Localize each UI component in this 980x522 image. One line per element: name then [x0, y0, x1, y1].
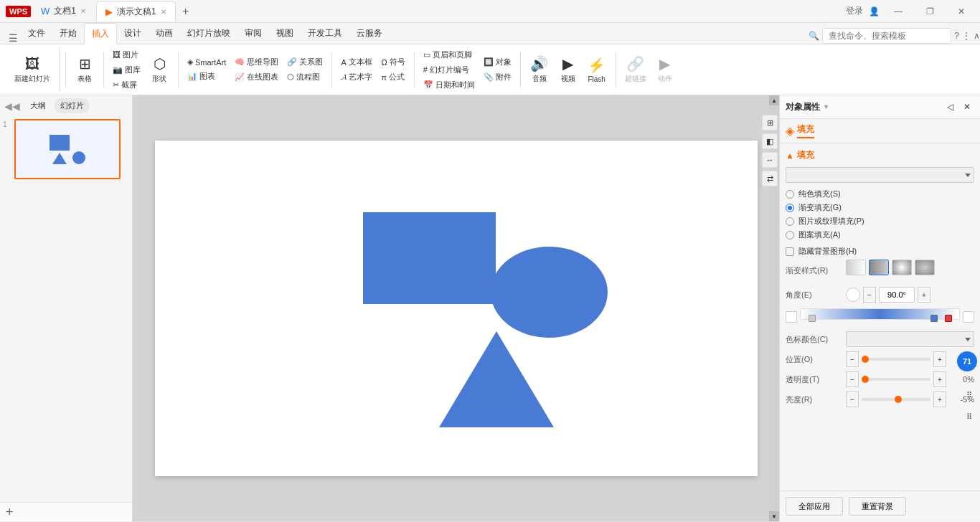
- symbol-button[interactable]: Ω 符号: [378, 55, 407, 69]
- minimize-button[interactable]: —: [885, 1, 911, 22]
- side-icon-2[interactable]: ◧: [762, 133, 778, 149]
- ribbon-tab-design[interactable]: 设计: [117, 22, 149, 44]
- sidebar-tab-outline[interactable]: 大纲: [24, 98, 52, 113]
- search-input[interactable]: [822, 28, 951, 44]
- gradient-stop-3[interactable]: [945, 315, 952, 322]
- opacity-slider[interactable]: [862, 378, 930, 381]
- grid-icon-2[interactable]: ⠿: [961, 409, 977, 424]
- radio-solid-fill[interactable]: 纯色填充(S): [786, 189, 974, 199]
- scroll-up-button[interactable]: ▲: [769, 95, 779, 105]
- panel-close-button[interactable]: ✕: [960, 100, 974, 114]
- shape-ellipse[interactable]: [491, 247, 608, 338]
- ribbon-tab-review[interactable]: 审阅: [237, 22, 269, 44]
- relation-button[interactable]: 🔗 关系图: [284, 55, 326, 69]
- gradient-btn-linear-dark[interactable]: [869, 260, 889, 275]
- ribbon-menu-icon[interactable]: ☰: [6, 32, 21, 44]
- scroll-down-button[interactable]: ▼: [769, 511, 779, 521]
- tab-doc2-close[interactable]: ✕: [161, 8, 166, 16]
- position-thumb[interactable]: [862, 356, 869, 363]
- help-icon[interactable]: ?: [954, 31, 959, 41]
- slide-canvas[interactable]: [155, 141, 758, 476]
- gradient-stop-1[interactable]: [809, 315, 816, 322]
- brightness-decrease-button[interactable]: −: [846, 392, 859, 407]
- chart-button[interactable]: 📊 图表: [184, 70, 229, 83]
- header-footer-button[interactable]: ▭ 页眉和页脚: [420, 48, 478, 62]
- mindmap-button[interactable]: 🧠 思维导图: [232, 55, 281, 69]
- action-button[interactable]: ▶ 动作: [652, 51, 678, 88]
- grid-icon-1[interactable]: ⠿: [961, 387, 977, 403]
- new-slide-button[interactable]: 🖼 新建幻灯片: [11, 51, 53, 88]
- flash-button[interactable]: ⚡ Flash: [584, 51, 610, 88]
- shape-rectangle[interactable]: [363, 212, 496, 304]
- close-button[interactable]: ✕: [948, 1, 974, 22]
- formula-button[interactable]: π 公式: [378, 70, 407, 84]
- online-chart-button[interactable]: 📈 在线图表: [232, 70, 281, 84]
- brightness-slider[interactable]: [862, 398, 930, 401]
- slide-num-button[interactable]: # 幻灯片编号: [420, 63, 478, 77]
- position-decrease-button[interactable]: −: [846, 351, 859, 367]
- sidebar-tab-slides[interactable]: 幻灯片: [55, 98, 90, 113]
- brightness-increase-button[interactable]: +: [933, 392, 946, 407]
- side-icon-3[interactable]: ↔: [762, 152, 778, 168]
- panel-expand-button[interactable]: ◁: [943, 100, 957, 114]
- angle-circle[interactable]: [846, 288, 860, 302]
- table-button[interactable]: ⊞ 表格: [72, 51, 98, 88]
- restore-button[interactable]: ❐: [917, 1, 943, 22]
- date-time-button[interactable]: 📅 日期和时间: [420, 78, 478, 92]
- color-stop-select[interactable]: [846, 331, 974, 347]
- gradient-stop-2[interactable]: [930, 315, 938, 322]
- side-icon-4[interactable]: ⇄: [762, 171, 778, 186]
- ribbon-tab-cloud[interactable]: 云服务: [349, 22, 390, 44]
- tab-doc2[interactable]: ▶ 演示文稿1 ✕: [96, 1, 176, 22]
- screenshot-button[interactable]: ✂ 截屏: [110, 78, 143, 92]
- attachment-button[interactable]: 📎 附件: [481, 70, 514, 84]
- gradient-btn-linear-gray[interactable]: [846, 260, 866, 275]
- tab-doc1-close[interactable]: ✕: [80, 7, 86, 15]
- ribbon-tab-file[interactable]: 文件: [21, 22, 52, 44]
- opacity-decrease-button[interactable]: −: [846, 371, 859, 387]
- floating-badge[interactable]: 71: [957, 351, 977, 371]
- angle-decrease-button[interactable]: −: [863, 287, 876, 303]
- ribbon-tab-insert[interactable]: 插入: [84, 23, 117, 44]
- wordart-button[interactable]: 𝓐 艺术字: [338, 70, 375, 84]
- angle-increase-button[interactable]: +: [918, 287, 930, 303]
- login-button[interactable]: 登录: [846, 5, 863, 17]
- shape-triangle[interactable]: [439, 331, 554, 427]
- gradient-btn-rect-radial[interactable]: [915, 260, 935, 275]
- collapse-icon[interactable]: ∧: [974, 31, 980, 41]
- album-button[interactable]: 📷 图库: [110, 63, 143, 77]
- more-icon[interactable]: ⋮: [962, 31, 971, 41]
- video-button[interactable]: ▶ 视频: [555, 51, 581, 88]
- add-slide-button[interactable]: +: [6, 506, 14, 518]
- gradient-bar[interactable]: [800, 308, 960, 320]
- position-increase-button[interactable]: +: [933, 351, 946, 367]
- opacity-thumb[interactable]: [862, 376, 869, 383]
- hide-bg-checkbox[interactable]: [786, 247, 794, 256]
- gradient-btn-radial[interactable]: [892, 260, 912, 275]
- new-tab-button[interactable]: +: [177, 3, 194, 20]
- hyperlink-button[interactable]: 🔗 超链接: [622, 51, 649, 88]
- apply-all-button[interactable]: 全部应用: [786, 497, 843, 516]
- radio-texture-fill[interactable]: 图片或纹理填充(P): [786, 216, 974, 227]
- object-button[interactable]: 🔲 对象: [481, 55, 514, 69]
- checkbox-hide-bg[interactable]: 隐藏背景图形(H): [786, 246, 974, 257]
- brightness-thumb[interactable]: [895, 396, 902, 403]
- reset-bg-button[interactable]: 重置背景: [849, 497, 906, 516]
- section-header-fill[interactable]: ▲ 填充: [786, 149, 974, 161]
- textbox-button[interactable]: A 文本框: [338, 55, 375, 69]
- shape-button[interactable]: ⬡ 形状: [146, 51, 172, 88]
- sidebar-prev-arrow[interactable]: ◀◀: [3, 99, 22, 113]
- position-slider[interactable]: [862, 358, 930, 361]
- smartart-button[interactable]: ◈ SmartArt: [184, 56, 229, 68]
- fill-type-select[interactable]: [786, 167, 974, 183]
- opacity-increase-button[interactable]: +: [933, 371, 946, 387]
- audio-button[interactable]: 🔊 音频: [527, 51, 552, 88]
- fill-tab-label[interactable]: 填充: [797, 123, 814, 138]
- ribbon-tab-animation[interactable]: 动画: [149, 22, 180, 44]
- angle-input[interactable]: [879, 287, 915, 303]
- ribbon-tab-view[interactable]: 视图: [269, 22, 301, 44]
- image-button[interactable]: 🖼 图片: [110, 48, 143, 62]
- flowchart-button[interactable]: ⬡ 流程图: [284, 70, 326, 84]
- ribbon-tab-slideshow[interactable]: 幻灯片放映: [180, 22, 237, 44]
- ribbon-tab-developer[interactable]: 开发工具: [301, 22, 349, 44]
